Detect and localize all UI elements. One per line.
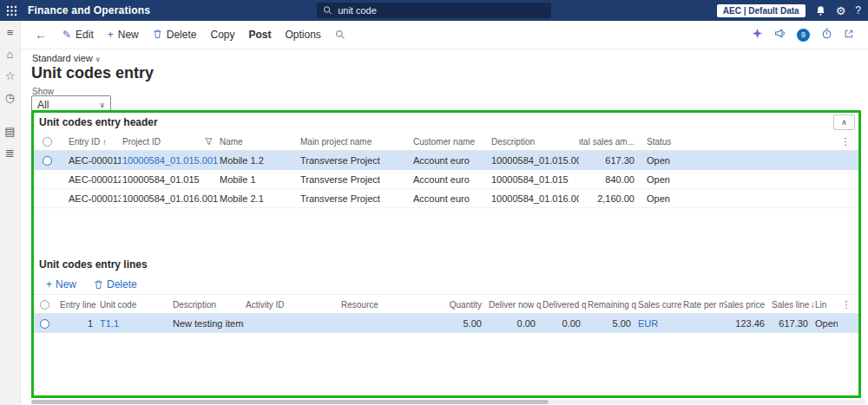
column-header-status[interactable]: Status	[640, 137, 836, 147]
cell-entry-line-number: 1	[58, 318, 98, 329]
cell-quantity: 5.00	[444, 318, 487, 329]
column-header-quantity[interactable]: Quantity	[444, 300, 487, 310]
notifications-bell-icon[interactable]	[815, 5, 826, 16]
settings-gear-icon[interactable]: ⚙	[836, 5, 846, 16]
new-button[interactable]: + New	[101, 21, 146, 49]
recent-clock-icon[interactable]: ◷	[5, 92, 15, 103]
options-button[interactable]: Options	[279, 21, 328, 49]
chevron-down-icon: ∨	[95, 56, 101, 63]
open-in-new-window-icon[interactable]	[844, 29, 854, 42]
lines-delete-button[interactable]: Delete	[87, 278, 144, 291]
cell-project-id[interactable]: 10000584_01.015	[121, 174, 218, 185]
back-button[interactable]: ←	[33, 21, 56, 49]
column-header-resource[interactable]: Resource	[339, 300, 444, 310]
app-launcher-waffle-icon[interactable]	[0, 0, 23, 21]
column-header-project-id[interactable]: Project ID	[121, 137, 218, 147]
column-header-description[interactable]: Description	[171, 300, 244, 310]
column-header-delivered-quantity[interactable]: Delivered qua...	[541, 300, 586, 310]
horizontal-scrollbar[interactable]	[31, 400, 866, 404]
column-header-remaining-quantity[interactable]: Remaining qua...	[586, 300, 636, 310]
cell-unit-code-link[interactable]: T1.1	[98, 318, 171, 329]
cell-total-sales-amount: 2,160.00	[579, 193, 640, 204]
grid-options-kebab-icon[interactable]: ⋮	[836, 136, 858, 147]
post-button[interactable]: Post	[241, 21, 278, 49]
cell-main-project-name: Transverse Project	[299, 155, 411, 166]
cell-sales-price: 123.46	[725, 318, 770, 329]
notification-count-badge[interactable]: 9	[797, 29, 810, 42]
cell-total-sales-amount: 840.00	[579, 174, 640, 185]
help-icon[interactable]: ?	[855, 5, 861, 16]
cell-status: Open	[640, 155, 836, 166]
cell-name: Mobile 1	[218, 174, 299, 185]
column-header-sales-price[interactable]: Sales price	[725, 300, 770, 310]
cell-sales-currency-link[interactable]: EUR	[636, 318, 681, 329]
announcements-megaphone-icon[interactable]	[774, 28, 786, 42]
table-row[interactable]: AEC-000013 10000584_01.016.0015 Mobile 2…	[34, 189, 858, 208]
waffle-icon	[6, 5, 17, 16]
expand-menu-icon[interactable]: ≡	[7, 27, 14, 38]
column-header-entry-id[interactable]: Entry ID ↑	[67, 137, 121, 147]
sort-ascending-icon: ↑	[102, 138, 107, 147]
column-header-rate-per-mile[interactable]: Rate per mile	[681, 300, 725, 310]
column-header-deliver-now-quantity[interactable]: Deliver now qu...	[487, 300, 541, 310]
cell-main-project-name: Transverse Project	[299, 193, 411, 204]
timer-icon[interactable]	[821, 28, 832, 42]
lines-grid-column-headers: Entry line num... Unit code Description …	[34, 297, 858, 314]
cell-deliver-now-quantity: 0.00	[487, 318, 541, 329]
lines-grid-section-title: Unit codes entry lines	[39, 258, 148, 271]
search-icon	[323, 5, 332, 16]
lines-new-button[interactable]: + New	[39, 278, 83, 291]
cell-status: Open	[640, 174, 836, 185]
chevron-up-icon: ∧	[841, 118, 847, 127]
row-radio-selected[interactable]	[40, 319, 49, 329]
column-header-unit-code[interactable]: Unit code	[98, 300, 171, 310]
select-all-radio[interactable]	[34, 300, 58, 310]
copilot-sparkle-icon[interactable]	[752, 28, 763, 42]
plus-icon: +	[108, 29, 114, 40]
column-header-sales-line-amount[interactable]: Sales line amo...	[770, 300, 813, 310]
column-header-customer-name[interactable]: Customer name	[411, 137, 490, 147]
copy-button[interactable]: Copy	[203, 21, 241, 49]
table-row[interactable]: 1 T1.1 New testing items 5.00 0.00 0.00 …	[34, 314, 858, 333]
collapse-section-button[interactable]: ∧	[833, 114, 855, 130]
column-header-sales-currency[interactable]: Sales currency	[636, 300, 681, 310]
edit-button[interactable]: ✎ Edit	[56, 21, 101, 49]
cell-main-project-name: Transverse Project	[299, 174, 411, 185]
left-navigation-rail: ≡ ⌂ ☆ ◷ ▤ ≣	[0, 21, 21, 405]
global-search-input[interactable]	[338, 5, 545, 16]
cell-project-id[interactable]: 10000584_01.016.0015	[121, 193, 218, 204]
column-header-description[interactable]: Description	[490, 137, 579, 147]
grid-options-kebab-icon[interactable]: ⋮	[838, 299, 858, 310]
column-header-total-sales-amount[interactable]: Total sales am...	[579, 137, 640, 147]
row-radio-selected[interactable]	[43, 156, 52, 166]
workspaces-icon[interactable]: ▤	[4, 126, 15, 137]
global-search-box[interactable]	[317, 3, 551, 18]
column-header-activity-id[interactable]: Activity ID	[244, 300, 339, 310]
environment-badge[interactable]: AEC | Default Data	[717, 4, 806, 17]
cell-customer-name: Account euro	[411, 193, 490, 204]
table-row[interactable]: AEC-000012 10000584_01.015 Mobile 1 Tran…	[34, 170, 858, 189]
plus-icon: +	[46, 278, 52, 291]
home-icon[interactable]: ⌂	[7, 49, 14, 60]
filter-funnel-icon	[205, 138, 213, 146]
view-selector[interactable]: Standard view ∨	[32, 53, 101, 63]
cell-project-id-link[interactable]: 10000584_01.015.0016	[121, 155, 218, 166]
select-all-radio[interactable]	[34, 137, 67, 147]
pencil-icon: ✎	[62, 29, 71, 40]
favorites-star-icon[interactable]: ☆	[5, 70, 16, 82]
cell-description: New testing items	[171, 318, 244, 329]
modules-icon[interactable]: ≣	[5, 147, 15, 159]
column-header-name[interactable]: Name	[218, 137, 299, 147]
column-header-line-status[interactable]: Lin	[813, 300, 838, 310]
cell-entry-id: AEC-000013	[67, 193, 121, 204]
column-header-main-project-name[interactable]: Main project name	[299, 137, 411, 147]
actionbar-right-controls: 9	[752, 28, 868, 42]
scrollbar-thumb[interactable]	[31, 400, 549, 404]
delete-button[interactable]: Delete	[146, 21, 204, 49]
column-header-entry-line-number[interactable]: Entry line num...	[58, 300, 98, 310]
action-pane: ← ✎ Edit + New Delete Copy Post Options	[21, 21, 868, 49]
cell-description: 10000584_01.016.0015	[490, 193, 579, 204]
table-row[interactable]: AEC-000011 10000584_01.015.0016 Mobile 1…	[34, 151, 858, 170]
actionbar-search-icon[interactable]	[328, 21, 352, 49]
header-grid-column-headers: Entry ID ↑ Project ID Name Main project …	[34, 134, 858, 151]
